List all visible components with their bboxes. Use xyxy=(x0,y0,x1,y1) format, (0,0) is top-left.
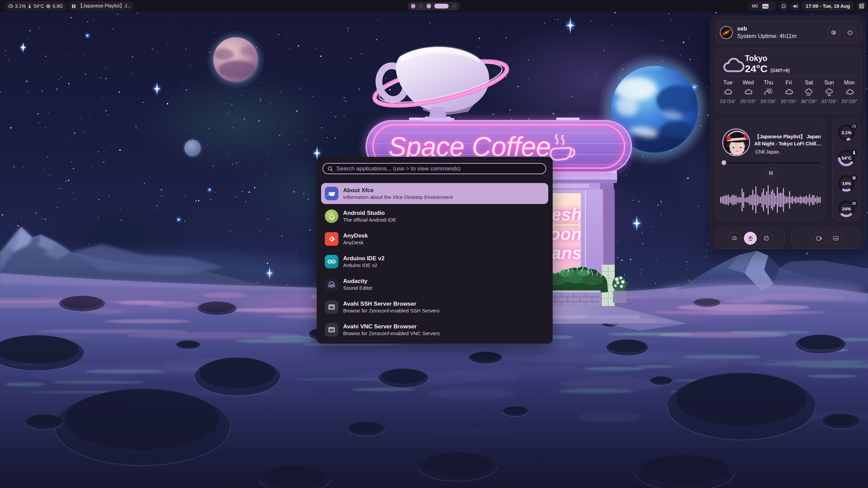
svg-text:esh: esh xyxy=(551,204,582,224)
svg-text:oon: oon xyxy=(550,224,582,244)
svg-text:TOKYO L: TOKYO L xyxy=(727,152,747,156)
svg-text:ans: ans xyxy=(551,243,582,263)
